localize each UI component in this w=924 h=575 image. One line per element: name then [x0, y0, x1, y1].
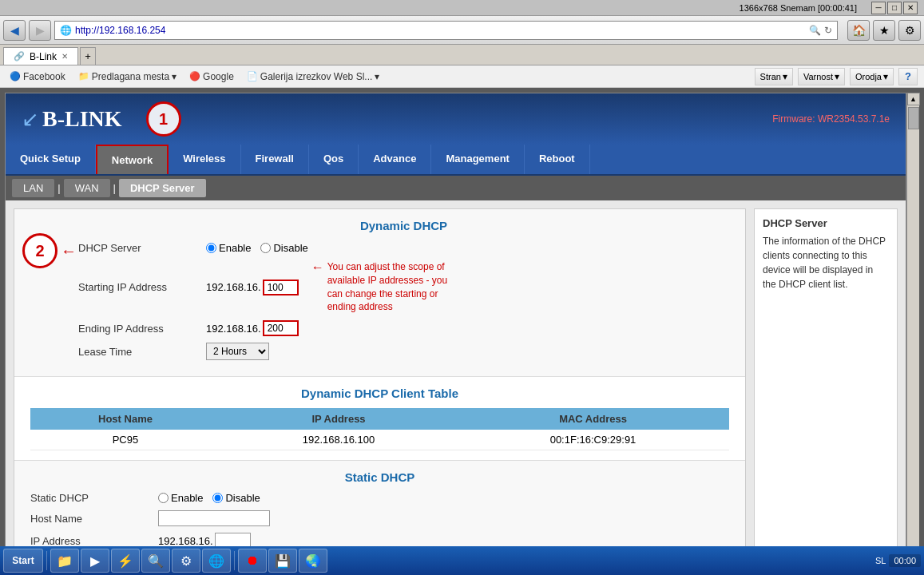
dynamic-dhcp-title: Dynamic DHCP: [360, 219, 447, 232]
static-dhcp-radio: Enable Disable: [158, 492, 260, 504]
refresh-icon[interactable]: ↻: [824, 25, 832, 36]
nav-wireless[interactable]: Wireless: [169, 145, 240, 174]
router-header: ↙ B-LINK 1 Firmware: WR2354.53.7.1e: [6, 93, 906, 145]
taskbar-system-tray: SL 00:00: [875, 554, 921, 567]
scroll-up-button[interactable]: ▲: [907, 93, 920, 105]
tab-close-icon[interactable]: ✕: [61, 52, 68, 61]
nav-quick-setup[interactable]: Quick Setup: [6, 145, 96, 174]
scroll-thumb[interactable]: [908, 107, 919, 129]
starting-ip-field[interactable]: [263, 280, 299, 295]
client-table-title-area: Dynamic DHCP Client Table: [30, 387, 729, 400]
taskbar-lightning-icon[interactable]: ⚡: [111, 549, 140, 573]
help-button[interactable]: ?: [898, 68, 918, 85]
ip-annotation: ← You can adjust the scope of available …: [311, 260, 455, 314]
static-dhcp-row: Static DHCP Enable Disable: [30, 492, 729, 504]
bookmark-predlagana[interactable]: 📁 Predlagana mesta ▾: [75, 69, 180, 84]
host-name-input[interactable]: [158, 510, 270, 526]
lease-time-label: Lease Time: [78, 346, 206, 358]
starting-ip-input-group: 192.168.16.: [206, 280, 299, 295]
dhcp-server-label: DHCP Server: [78, 242, 206, 254]
taskbar-start-button[interactable]: Start: [3, 549, 43, 573]
nav-qos[interactable]: Qos: [309, 145, 359, 174]
address-text[interactable]: http://192.168.16.254: [75, 25, 806, 36]
home-button[interactable]: 🏠: [847, 20, 870, 41]
dropdown-icon-6: ▾: [835, 71, 839, 82]
taskbar-network-icon[interactable]: 🌐: [202, 549, 231, 573]
varnost-label: Varnost: [803, 72, 833, 81]
static-dhcp-title-area: Static DHCP: [30, 470, 729, 484]
new-tab-button[interactable]: +: [80, 47, 96, 65]
subnav-lan[interactable]: LAN: [12, 179, 54, 197]
help-icon: ?: [905, 70, 911, 82]
static-enable-radio[interactable]: [158, 493, 169, 503]
logo-icon: ↙: [22, 107, 39, 132]
dropdown-arrow-2: ▾: [375, 71, 379, 82]
search-icon[interactable]: 🔍: [809, 25, 821, 36]
taskbar-media-icon[interactable]: ▶: [81, 549, 109, 573]
bookmark-galerija[interactable]: 📄 Galerija izrezkov Web Sl... ▾: [244, 69, 383, 84]
dhcp-enable-label[interactable]: Enable: [206, 242, 251, 254]
back-button[interactable]: ◀: [3, 20, 26, 41]
static-enable-label[interactable]: Enable: [158, 492, 203, 504]
dhcp-server-radio: Enable Disable: [206, 242, 308, 254]
nav-firewall[interactable]: Firewall: [241, 145, 309, 174]
orodja-label: Orodja: [855, 72, 882, 81]
varnost-btn[interactable]: Varnost ▾: [798, 68, 845, 85]
dhcp-disable-label[interactable]: Disable: [260, 242, 307, 254]
ending-ip-field[interactable]: [263, 320, 299, 336]
taskbar-record-icon[interactable]: ⏺: [238, 549, 267, 573]
page-icon: 🌐: [60, 25, 72, 36]
forward-button[interactable]: ▶: [29, 20, 51, 41]
nav-reboot[interactable]: Reboot: [525, 145, 590, 174]
ending-ip-label: Ending IP Address: [78, 323, 206, 335]
sidebar-text: The information of the DHCP clients conn…: [763, 234, 889, 291]
bookmark-google[interactable]: 🔴 Google: [186, 69, 237, 84]
taskbar-drive-icon[interactable]: 💾: [268, 549, 297, 573]
col-ip: IP Address: [220, 408, 457, 430]
dropdown-arrow: ▾: [172, 71, 176, 82]
taskbar-files-icon[interactable]: 📁: [50, 549, 79, 573]
maximize-button[interactable]: □: [887, 2, 902, 14]
starting-ip-label: Starting IP Address: [78, 281, 206, 293]
bookmark-facebook[interactable]: 🔵 Facebook: [6, 69, 69, 84]
nav-advance[interactable]: Advance: [359, 145, 431, 174]
tab-bar: 🔗 B-Link ✕ +: [0, 45, 924, 65]
taskbar-gear-icon[interactable]: ⚙: [172, 549, 200, 573]
dynamic-dhcp-section: 2 ← Dynamic DHCP DHCP Server: [14, 209, 745, 377]
dhcp-disable-radio[interactable]: [260, 243, 271, 253]
taskbar-search-icon[interactable]: 🔍: [141, 549, 170, 573]
static-ip-label: IP Address: [30, 535, 158, 547]
logo-area: ↙ B-LINK 1: [22, 101, 181, 137]
system-tray-lang: SL: [875, 556, 886, 565]
settings-button[interactable]: ⚙: [898, 20, 921, 41]
right-arrow-annotation: ←: [311, 260, 324, 275]
subnav-wan[interactable]: WAN: [64, 179, 110, 197]
browser-wrapper: 1366x768 Snemam [00:00:41] ─ □ ✕ ◀ ▶ 🌐 h…: [0, 0, 924, 575]
orodja-btn[interactable]: Orodja ▾: [850, 68, 894, 85]
static-ip-prefix: 192.168.16.: [158, 535, 213, 547]
minimize-button[interactable]: ─: [871, 2, 886, 14]
bookmarks-bar: 🔵 Facebook 📁 Predlagana mesta ▾ 🔴 Google…: [0, 65, 924, 88]
dropdown-icon-5: ▾: [783, 71, 787, 82]
static-dhcp-label: Static DHCP: [30, 492, 158, 504]
lease-time-select[interactable]: 2 Hours 4 Hours 8 Hours 24 Hours: [206, 343, 269, 360]
browser-tab[interactable]: 🔗 B-Link ✕: [3, 47, 78, 65]
nav-network[interactable]: Network: [96, 145, 169, 174]
bookmarks-tools-btn[interactable]: Stran ▾: [755, 68, 793, 85]
subnav-dhcp-server[interactable]: DHCP Server: [119, 179, 206, 197]
annotation-text: You can adjust the scope of available IP…: [327, 260, 455, 314]
bookmark-icon: 🔵: [10, 71, 21, 81]
static-disable-label[interactable]: Disable: [212, 492, 260, 504]
taskbar-browser-icon[interactable]: 🌏: [299, 549, 327, 573]
top-bar-info: 1366x768 Snemam [00:00:41] ─ □ ✕: [0, 0, 924, 16]
cell-mac: 00:1F:16:C9:29:91: [457, 430, 729, 450]
close-button[interactable]: ✕: [903, 2, 918, 14]
client-table-section: Dynamic DHCP Client Table Host Name IP A…: [14, 377, 745, 460]
dhcp-enable-radio[interactable]: [206, 243, 216, 253]
ending-ip-input-group: 192.168.16.: [206, 320, 299, 336]
static-disable-radio[interactable]: [212, 493, 223, 503]
favorites-button[interactable]: ★: [873, 20, 895, 41]
nav-management[interactable]: Management: [431, 145, 524, 174]
starting-ip-row: Starting IP Address 192.168.16. ← You ca…: [78, 260, 729, 314]
table-header-row: Host Name IP Address MAC Address: [30, 408, 729, 430]
